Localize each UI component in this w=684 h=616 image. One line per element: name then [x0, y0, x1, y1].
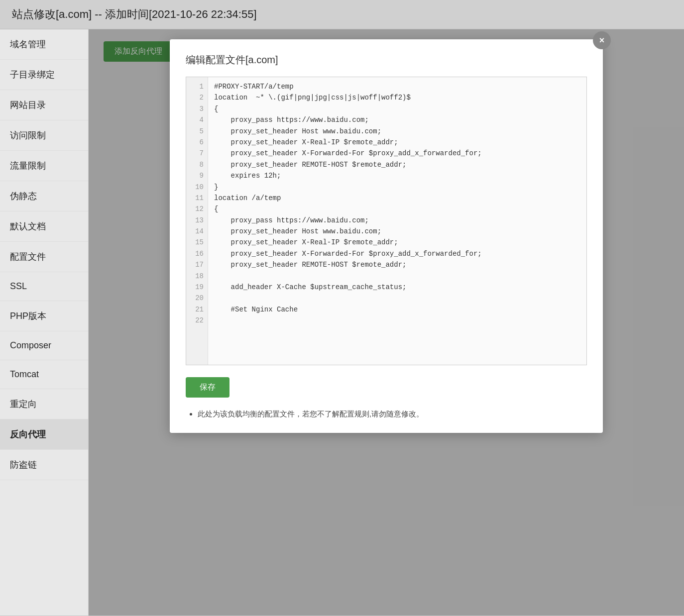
sidebar-item-traffic[interactable]: 流量限制: [0, 151, 88, 181]
sidebar-item-subdir[interactable]: 子目录绑定: [0, 60, 88, 90]
line-number: 10: [186, 182, 208, 193]
line-numbers: 12345678910111213141516171819202122: [186, 77, 208, 365]
line-number: 12: [186, 204, 208, 214]
main-layout: 域名管理 子目录绑定 网站目录 访问限制 流量限制 伪静态 默认文档 配置文件 …: [0, 29, 684, 616]
line-number: 13: [186, 215, 208, 226]
sidebar: 域名管理 子目录绑定 网站目录 访问限制 流量限制 伪静态 默认文档 配置文件 …: [0, 29, 89, 616]
line-number: 7: [186, 148, 208, 159]
main-content: 添加反向代理 × 编辑配置文件[a.com] 12345678910111213…: [89, 29, 684, 616]
sidebar-item-redirect[interactable]: 重定向: [0, 389, 88, 419]
code-editor[interactable]: 12345678910111213141516171819202122 #PRO…: [186, 77, 587, 365]
sidebar-item-php[interactable]: PHP版本: [0, 301, 88, 331]
sidebar-item-defaultdoc[interactable]: 默认文档: [0, 211, 88, 242]
note-item: 此处为该负载均衡的配置文件，若您不了解配置规则,请勿随意修改。: [198, 410, 587, 419]
sidebar-item-ssl[interactable]: SSL: [0, 272, 88, 301]
line-number: 21: [186, 304, 208, 315]
sidebar-item-bitcoin[interactable]: 防盗链: [0, 450, 88, 480]
line-number: 11: [186, 193, 208, 204]
line-number: 16: [186, 248, 208, 259]
line-number: 1: [186, 81, 208, 92]
sidebar-item-config[interactable]: 配置文件: [0, 242, 88, 272]
line-number: 6: [186, 137, 208, 148]
sidebar-item-access[interactable]: 访问限制: [0, 120, 88, 151]
line-number: 17: [186, 259, 208, 270]
line-number: 3: [186, 103, 208, 114]
sidebar-item-composer[interactable]: Composer: [0, 331, 88, 360]
line-number: 19: [186, 282, 208, 293]
modal-overlay: × 编辑配置文件[a.com] 123456789101112131415161…: [89, 29, 684, 616]
line-number: 22: [186, 315, 208, 326]
line-number: 5: [186, 126, 208, 137]
edit-config-modal: × 编辑配置文件[a.com] 123456789101112131415161…: [170, 39, 603, 433]
sidebar-item-reverseproxy[interactable]: 反向代理: [0, 419, 88, 450]
save-button[interactable]: 保存: [186, 377, 229, 398]
sidebar-item-domain[interactable]: 域名管理: [0, 29, 88, 60]
modal-close-button[interactable]: ×: [593, 31, 611, 49]
sidebar-item-pseudostatic[interactable]: 伪静态: [0, 181, 88, 211]
line-number: 18: [186, 271, 208, 282]
note-list: 此处为该负载均衡的配置文件，若您不了解配置规则,请勿随意修改。: [186, 410, 587, 419]
page-title: 站点修改[a.com] -- 添加时间[2021-10-26 22:34:55]: [12, 8, 257, 20]
line-number: 4: [186, 114, 208, 125]
line-number: 8: [186, 159, 208, 170]
line-number: 2: [186, 92, 208, 103]
line-number: 9: [186, 170, 208, 181]
line-number: 20: [186, 293, 208, 304]
modal-title: 编辑配置文件[a.com]: [186, 53, 587, 67]
line-number: 14: [186, 226, 208, 237]
line-number: 15: [186, 237, 208, 248]
sidebar-item-tomcat[interactable]: Tomcat: [0, 360, 88, 389]
page-header: 站点修改[a.com] -- 添加时间[2021-10-26 22:34:55]: [0, 0, 684, 29]
sidebar-item-webdir[interactable]: 网站目录: [0, 90, 88, 120]
code-content[interactable]: #PROXY-START/a/temp location ~* \.(gif|p…: [208, 77, 586, 365]
